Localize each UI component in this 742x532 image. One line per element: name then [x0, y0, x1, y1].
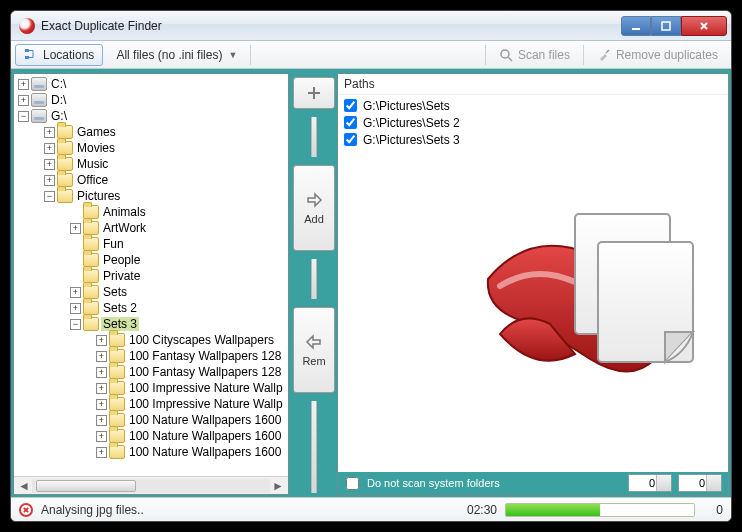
horizontal-scrollbar[interactable]: ◄ ►: [14, 476, 288, 494]
plus-icon: [305, 84, 323, 102]
expand-icon[interactable]: +: [96, 399, 107, 410]
splitter-handle[interactable]: [311, 259, 317, 299]
minimize-button[interactable]: [621, 16, 651, 36]
expand-icon[interactable]: +: [70, 287, 81, 298]
progress-bar: [505, 503, 695, 517]
stop-icon[interactable]: [19, 503, 33, 517]
paths-header: Paths: [338, 74, 728, 95]
chevron-up-icon[interactable]: ▲: [711, 476, 718, 483]
expand-icon[interactable]: +: [18, 95, 29, 106]
expand-icon[interactable]: +: [96, 351, 107, 362]
chevron-down-icon: ▼: [228, 50, 237, 60]
folder-node[interactable]: + Games: [14, 124, 288, 140]
remove-duplicates-button[interactable]: Remove duplicates: [588, 44, 727, 66]
folder-node[interactable]: + Sets: [14, 284, 288, 300]
path-row[interactable]: G:\Pictures\Sets 2: [342, 114, 724, 131]
filefilter-button[interactable]: All files (no .ini files) ▼: [107, 44, 246, 66]
folder-node[interactable]: − Pictures: [14, 188, 288, 204]
svg-rect-3: [25, 56, 29, 59]
folder-label: Private: [101, 269, 142, 283]
expand-icon[interactable]: +: [44, 175, 55, 186]
expand-icon[interactable]: +: [96, 415, 107, 426]
expand-icon[interactable]: +: [96, 383, 107, 394]
path-text: G:\Pictures\Sets 2: [363, 116, 460, 130]
folder-node[interactable]: + 100 Fantasy Wallpapers 128: [14, 348, 288, 364]
folder-label: 100 Cityscapes Wallpapers: [127, 333, 276, 347]
folder-node[interactable]: + Sets 2: [14, 300, 288, 316]
path-checkbox[interactable]: [344, 116, 357, 129]
collapse-icon[interactable]: −: [44, 191, 55, 202]
folder-node[interactable]: + Movies: [14, 140, 288, 156]
drive-node[interactable]: + C:\: [14, 76, 288, 92]
scroll-left-icon[interactable]: ◄: [16, 479, 32, 493]
collapse-icon[interactable]: −: [18, 111, 29, 122]
folder-node-selected[interactable]: − Sets 3: [14, 316, 288, 332]
folder-node[interactable]: + Music: [14, 156, 288, 172]
folder-label: Games: [75, 125, 118, 139]
maximize-button[interactable]: [651, 16, 681, 36]
folder-icon: [109, 445, 125, 459]
expand-icon[interactable]: +: [96, 447, 107, 458]
remove-button[interactable]: Rem: [293, 307, 335, 393]
folder-node[interactable]: Animals: [14, 204, 288, 220]
folder-node[interactable]: + 100 Impressive Nature Wallp: [14, 380, 288, 396]
noscan-label: Do not scan system folders: [367, 477, 500, 489]
expand-icon[interactable]: +: [70, 223, 81, 234]
folder-node[interactable]: People: [14, 252, 288, 268]
folder-node[interactable]: + Office: [14, 172, 288, 188]
expand-icon[interactable]: +: [96, 335, 107, 346]
collapse-icon[interactable]: −: [70, 319, 81, 330]
drive-node[interactable]: − G:\: [14, 108, 288, 124]
expand-icon[interactable]: +: [18, 79, 29, 90]
drive-node[interactable]: + D:\: [14, 92, 288, 108]
expand-icon[interactable]: +: [44, 159, 55, 170]
scroll-thumb[interactable]: [36, 480, 136, 492]
chevron-up-icon[interactable]: ▲: [661, 476, 668, 483]
folder-node[interactable]: + 100 Fantasy Wallpapers 128: [14, 364, 288, 380]
folder-node[interactable]: Private: [14, 268, 288, 284]
folder-node[interactable]: + 100 Nature Wallpapers 1600: [14, 428, 288, 444]
folder-node[interactable]: + 100 Nature Wallpapers 1600: [14, 444, 288, 460]
broom-icon: [597, 48, 611, 62]
folder-node[interactable]: + 100 Cityscapes Wallpapers: [14, 332, 288, 348]
close-button[interactable]: [681, 16, 727, 36]
svg-rect-0: [632, 28, 640, 30]
path-checkbox[interactable]: [344, 99, 357, 112]
spin-2[interactable]: 0 ▲ ▼: [678, 474, 722, 492]
path-text: G:\Pictures\Sets: [363, 99, 450, 113]
path-row[interactable]: G:\Pictures\Sets 3: [342, 131, 724, 148]
path-checkbox[interactable]: [344, 133, 357, 146]
expand-icon[interactable]: +: [96, 367, 107, 378]
folder-icon: [83, 285, 99, 299]
folder-icon: [57, 141, 73, 155]
chevron-down-icon[interactable]: ▼: [711, 484, 718, 491]
folder-node[interactable]: Fun: [14, 236, 288, 252]
path-row[interactable]: G:\Pictures\Sets: [342, 97, 724, 114]
splitter-handle[interactable]: [311, 117, 317, 157]
folder-label: 100 Nature Wallpapers 1600: [127, 413, 283, 427]
splitter-handle[interactable]: [311, 401, 317, 493]
expand-icon[interactable]: +: [70, 303, 81, 314]
expand-icon[interactable]: +: [44, 143, 55, 154]
add-button[interactable]: Add: [293, 165, 335, 251]
plus-button[interactable]: [293, 77, 335, 109]
locations-button[interactable]: Locations: [15, 44, 103, 66]
scan-files-button[interactable]: Scan files: [490, 44, 579, 66]
expand-icon[interactable]: +: [96, 431, 107, 442]
window-buttons: [621, 16, 727, 36]
folder-node[interactable]: + 100 Nature Wallpapers 1600: [14, 412, 288, 428]
folder-node[interactable]: + 100 Impressive Nature Wallp: [14, 396, 288, 412]
noscan-checkbox[interactable]: [346, 477, 359, 490]
expand-spacer: [70, 239, 81, 250]
scroll-track[interactable]: [32, 479, 270, 493]
folder-icon: [109, 349, 125, 363]
chevron-down-icon[interactable]: ▼: [661, 484, 668, 491]
svg-point-4: [501, 50, 509, 58]
folder-icon: [109, 333, 125, 347]
folder-node[interactable]: + ArtWork: [14, 220, 288, 236]
spin-1[interactable]: 0 ▲ ▼: [628, 474, 672, 492]
folder-icon: [109, 429, 125, 443]
scroll-right-icon[interactable]: ►: [270, 479, 286, 493]
folder-tree[interactable]: + C:\ + D:\ − G:\ + Ga: [14, 74, 288, 476]
expand-icon[interactable]: +: [44, 127, 55, 138]
